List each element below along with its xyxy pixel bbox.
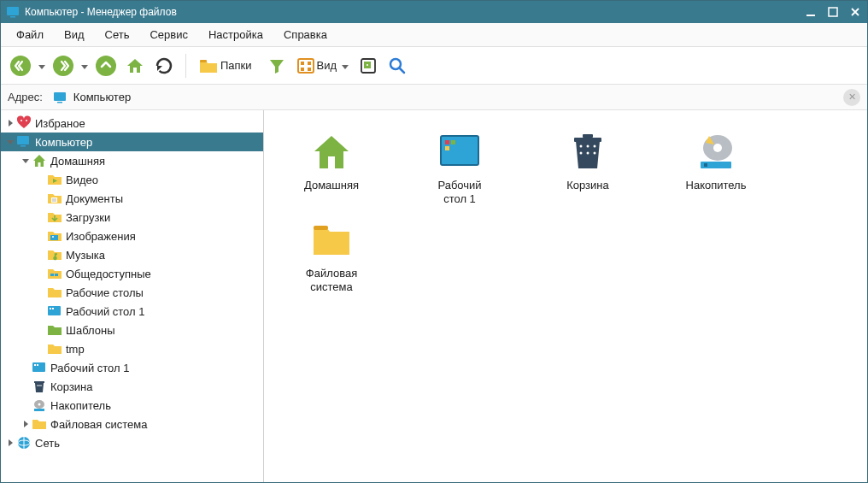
svg-rect-3 (829, 8, 837, 16)
search-button[interactable] (384, 53, 410, 79)
expander-icon[interactable] (4, 117, 16, 129)
svg-rect-48 (445, 146, 449, 150)
svg-rect-8 (200, 60, 207, 62)
svg-rect-18 (57, 102, 62, 103)
svg-point-6 (96, 56, 116, 76)
svg-rect-60 (704, 163, 707, 167)
toolbar: Папки Вид (1, 47, 867, 85)
tree-favorites[interactable]: Избраное (1, 114, 263, 133)
sidebar-tree[interactable]: Избраное Компьютер Домашняя Видео Докуме (1, 110, 264, 482)
view-mode-dropdown[interactable]: Вид (293, 53, 353, 79)
svg-rect-2 (806, 15, 815, 16)
tree-desktops[interactable]: Рабочие столы (1, 283, 263, 302)
svg-rect-1 (10, 16, 15, 18)
back-history-dropdown[interactable] (37, 53, 47, 79)
item-desktop[interactable]: Рабочийстол 1 (413, 124, 507, 212)
desktop-icon (32, 360, 47, 375)
folders-panel-toggle[interactable]: Папки (195, 53, 261, 79)
expander-icon[interactable] (20, 155, 32, 167)
item-home[interactable]: Домашняя (284, 124, 378, 212)
tree-downloads[interactable]: Загрузки (1, 208, 263, 227)
folder-icon (47, 285, 62, 300)
folder-templates-icon (47, 322, 62, 338)
expander-icon[interactable] (4, 437, 16, 449)
svg-rect-22 (21, 145, 26, 147)
svg-point-56 (594, 152, 596, 155)
new-tab-button[interactable] (355, 53, 381, 79)
address-bar: Адрес: Компьютер ✕ (1, 85, 867, 110)
item-filesystem[interactable]: Файловаясистема (284, 212, 378, 300)
svg-rect-29 (48, 306, 61, 315)
svg-point-26 (52, 236, 54, 238)
tree-desktop1[interactable]: Рабочий стол 1 (1, 302, 263, 321)
view-label: Вид (315, 59, 343, 72)
storage-icon (32, 398, 47, 413)
menu-service[interactable]: Сервис (139, 25, 198, 44)
trash-icon (566, 129, 610, 174)
menu-network[interactable]: Сеть (95, 25, 140, 44)
menu-view[interactable]: Вид (54, 25, 95, 44)
svg-point-19 (21, 120, 22, 121)
maximize-button[interactable] (826, 5, 840, 19)
filter-button[interactable] (264, 53, 290, 79)
menu-file[interactable]: Файл (6, 25, 54, 44)
address-value: Компьютер (73, 91, 131, 103)
tree-storage[interactable]: Накопитель (1, 396, 263, 415)
tree-desktop1b[interactable]: Рабочий стол 1 (1, 358, 263, 377)
svg-rect-34 (37, 364, 38, 366)
svg-rect-12 (301, 68, 304, 71)
tree-network[interactable]: Сеть (1, 433, 263, 452)
trash-icon (32, 379, 47, 394)
folder-music-icon (47, 247, 62, 262)
svg-point-40 (38, 403, 41, 406)
tree-public[interactable]: Общедоступные (1, 264, 263, 283)
content-pane[interactable]: Домашняя Рабочийстол 1 Корзина Накопител… (264, 110, 867, 482)
tree-music[interactable]: Музыка (1, 245, 263, 264)
close-button[interactable] (848, 5, 862, 19)
item-storage[interactable]: Накопитель (669, 124, 763, 212)
address-clear-button[interactable]: ✕ (843, 89, 860, 106)
svg-rect-49 (574, 138, 601, 142)
svg-rect-46 (445, 140, 449, 144)
menu-help[interactable]: Справка (273, 25, 337, 44)
item-trash[interactable]: Корзина (541, 124, 635, 212)
folder-video-icon (47, 172, 62, 187)
svg-rect-23 (38, 162, 41, 167)
tree-tmp[interactable]: tmp (1, 339, 263, 358)
tree-filesystem[interactable]: Файловая система (1, 415, 263, 433)
tree-video[interactable]: Видео (1, 170, 263, 189)
back-button[interactable] (8, 53, 33, 79)
forward-button[interactable] (50, 53, 76, 79)
expander-icon[interactable] (20, 418, 32, 430)
folder-pictures-icon (47, 228, 62, 244)
folder-icon (32, 416, 47, 432)
forward-history-dropdown[interactable] (79, 53, 90, 79)
svg-rect-11 (308, 62, 311, 65)
tree-computer[interactable]: Компьютер (1, 133, 263, 151)
refresh-button[interactable] (151, 53, 177, 79)
tree-pictures[interactable]: Изображения (1, 227, 263, 245)
expander-icon[interactable] (4, 136, 16, 148)
menu-settings[interactable]: Настройка (198, 25, 273, 44)
tree-templates[interactable]: Шаблоны (1, 321, 263, 339)
tree-home[interactable]: Домашняя (1, 151, 263, 170)
minimize-button[interactable] (804, 5, 818, 19)
svg-rect-33 (34, 364, 36, 366)
tree-trash[interactable]: Корзина (1, 377, 263, 396)
heart-icon (16, 115, 32, 131)
svg-rect-41 (34, 409, 44, 411)
svg-rect-24 (51, 197, 57, 203)
svg-rect-35 (34, 381, 44, 383)
home-icon (309, 129, 354, 174)
svg-point-36 (37, 385, 38, 386)
folder-icon (47, 341, 62, 356)
svg-rect-32 (32, 362, 45, 372)
up-button[interactable] (93, 53, 119, 79)
folder-downloads-icon (47, 209, 62, 225)
window-title: Компьютер - Менеджер файлов (25, 6, 804, 18)
svg-rect-13 (308, 68, 311, 71)
address-field[interactable]: Компьютер (50, 89, 836, 106)
tree-documents[interactable]: Документы (1, 189, 263, 208)
home-button[interactable] (122, 53, 148, 79)
network-icon (16, 435, 32, 451)
